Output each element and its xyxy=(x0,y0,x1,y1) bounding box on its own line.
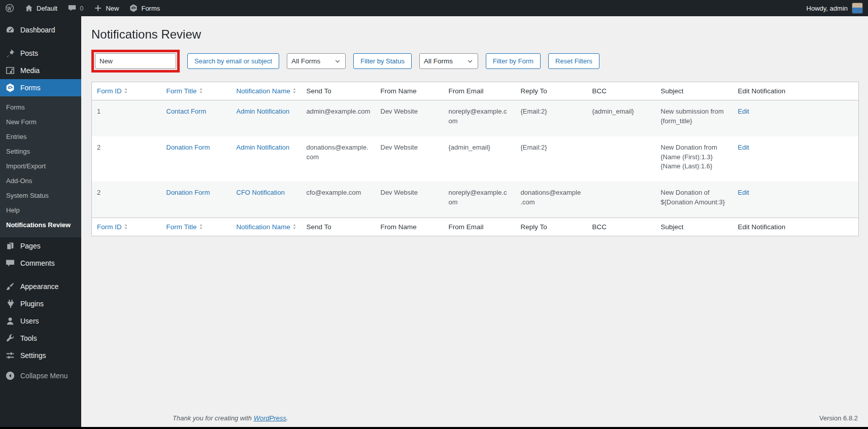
collapse-menu-button[interactable]: Collapse Menu xyxy=(0,367,81,384)
media-icon xyxy=(5,65,15,76)
pages-icon xyxy=(5,241,15,251)
sort-icon xyxy=(123,223,128,230)
version-label: Version 6.8.2 xyxy=(819,414,858,422)
column-header-from-name: From Name xyxy=(376,82,444,100)
comments-menu[interactable]: 0 xyxy=(62,0,88,16)
sliders-icon xyxy=(5,350,15,361)
submenu-item-entries[interactable]: Entries xyxy=(0,129,81,144)
user-icon xyxy=(5,316,15,326)
reset-filters-button[interactable]: Reset Filters xyxy=(548,53,599,69)
column-header-edit-notification: Edit Notification xyxy=(733,218,859,236)
form-filter-value: All Forms xyxy=(424,57,453,65)
search-input[interactable] xyxy=(95,53,176,69)
submenu-item-new-form[interactable]: New Form xyxy=(0,115,81,129)
search-button[interactable]: Search by email or subject xyxy=(187,53,279,69)
site-name-menu[interactable]: Default xyxy=(19,0,62,16)
sidebar-item-dashboard[interactable]: Dashboard xyxy=(0,21,81,39)
sidebar-item-tools[interactable]: Tools xyxy=(0,330,81,347)
submenu-item-settings[interactable]: Settings xyxy=(0,144,81,159)
annotation-highlight-box xyxy=(91,50,180,73)
form-title-link[interactable]: Donation Form xyxy=(166,189,210,196)
gravity-forms-icon xyxy=(129,4,138,13)
cell-from-name: Dev Website xyxy=(376,182,444,218)
sidebar-label: Posts xyxy=(20,49,38,57)
submenu-item-forms[interactable]: Forms xyxy=(0,100,81,115)
form-title-link[interactable]: Donation Form xyxy=(166,144,210,151)
new-content-menu[interactable]: New xyxy=(88,0,124,16)
edit-link[interactable]: Edit xyxy=(738,189,749,196)
sidebar-item-users[interactable]: Users xyxy=(0,312,81,330)
sidebar-item-plugins[interactable]: Plugins xyxy=(0,295,81,312)
filter-by-status-button[interactable]: Filter by Status xyxy=(353,53,412,69)
form-filter-select[interactable]: All Forms xyxy=(419,53,478,69)
sidebar-item-settings[interactable]: Settings xyxy=(0,347,81,364)
form-title-link[interactable]: Contact Form xyxy=(166,108,207,115)
avatar[interactable] xyxy=(852,3,863,14)
comment-icon xyxy=(5,258,15,268)
edit-link[interactable]: Edit xyxy=(738,108,749,115)
column-header-form-title[interactable]: Form Title xyxy=(161,82,231,100)
forms-submenu: Forms New Form Entries Settings Import/E… xyxy=(0,96,81,237)
edit-link[interactable]: Edit xyxy=(738,144,749,151)
submenu-item-notifications-review[interactable]: Notifications Review xyxy=(0,218,81,232)
submenu-item-system-status[interactable]: System Status xyxy=(0,188,81,203)
cell-subject: New submission from {form_title} xyxy=(656,100,733,136)
notification-name-link[interactable]: Admin Notification xyxy=(237,108,290,115)
notification-name-link[interactable]: Admin Notification xyxy=(237,144,290,151)
wordpress-link[interactable]: WordPress xyxy=(254,414,286,422)
footer-thanks: Thank you for creating with WordPress. xyxy=(173,414,288,422)
sidebar-label: Users xyxy=(20,317,39,325)
column-header-form-id[interactable]: Form ID xyxy=(92,218,161,236)
status-filter-select[interactable]: All Forms xyxy=(287,53,346,69)
filter-by-form-button[interactable]: Filter by Form xyxy=(486,53,541,69)
plug-icon xyxy=(5,299,15,309)
howdy-label[interactable]: Howdy, admin xyxy=(807,5,848,12)
wordpress-logo-menu[interactable] xyxy=(0,0,19,16)
column-header-notification-name[interactable]: Notification Name xyxy=(231,218,302,236)
sidebar-item-forms[interactable]: Forms xyxy=(0,79,81,96)
cell-send-to: cfo@example.com xyxy=(302,182,376,218)
cell-bcc xyxy=(587,182,656,218)
column-header-form-title[interactable]: Form Title xyxy=(161,218,231,236)
column-header-form-id[interactable]: Form ID xyxy=(92,82,161,100)
wrench-icon xyxy=(5,333,15,343)
cell-subject: New Donation of ${Donation Amount:3} xyxy=(656,182,733,218)
admin-footer: Thank you for creating with WordPress. V… xyxy=(173,414,858,422)
gravity-forms-icon xyxy=(5,83,15,93)
table-row: 2 Donation Form Admin Notification donat… xyxy=(92,136,859,182)
admin-bar: Default 0 New Forms Howdy, admin xyxy=(0,0,868,16)
comment-count: 0 xyxy=(80,5,83,12)
main-content: Notifications Review Search by email or … xyxy=(81,16,868,429)
collapse-label: Collapse Menu xyxy=(20,372,68,380)
notification-name-link[interactable]: CFO Notification xyxy=(237,189,285,196)
submenu-item-import-export[interactable]: Import/Export xyxy=(0,159,81,173)
submenu-item-help[interactable]: Help xyxy=(0,203,81,218)
column-header-bcc: BCC xyxy=(587,82,656,100)
column-header-bcc: BCC xyxy=(587,218,656,236)
sidebar-item-appearance[interactable]: Appearance xyxy=(0,278,81,295)
cell-send-to: admin@example.com xyxy=(302,100,376,136)
sidebar-label: Dashboard xyxy=(20,26,55,34)
column-header-reply-to: Reply To xyxy=(516,218,587,236)
cell-form-id: 1 xyxy=(92,100,161,136)
chevron-down-icon xyxy=(334,58,341,65)
forms-label: Forms xyxy=(141,5,160,12)
filter-bar: Search by email or subject All Forms Fil… xyxy=(91,50,858,73)
cell-from-email: noreply@example.com xyxy=(444,100,516,136)
cell-from-name: Dev Website xyxy=(376,136,444,182)
sidebar-item-media[interactable]: Media xyxy=(0,62,81,79)
forms-menu[interactable]: Forms xyxy=(124,0,165,16)
sort-icon xyxy=(198,87,204,94)
column-header-send-to: Send To xyxy=(302,82,376,100)
sidebar-item-pages[interactable]: Pages xyxy=(0,237,81,255)
sidebar-label: Plugins xyxy=(20,300,44,308)
footer-thanks-text: Thank you for creating with xyxy=(173,414,252,422)
submenu-item-add-ons[interactable]: Add-Ons xyxy=(0,173,81,188)
sidebar-item-posts[interactable]: Posts xyxy=(0,45,81,62)
column-header-notification-name[interactable]: Notification Name xyxy=(231,82,302,100)
sidebar-item-comments[interactable]: Comments xyxy=(0,255,81,272)
page-title: Notifications Review xyxy=(91,27,858,42)
cell-from-name: Dev Website xyxy=(376,100,444,136)
column-header-subject: Subject xyxy=(656,82,733,100)
chevron-down-icon xyxy=(466,58,474,65)
